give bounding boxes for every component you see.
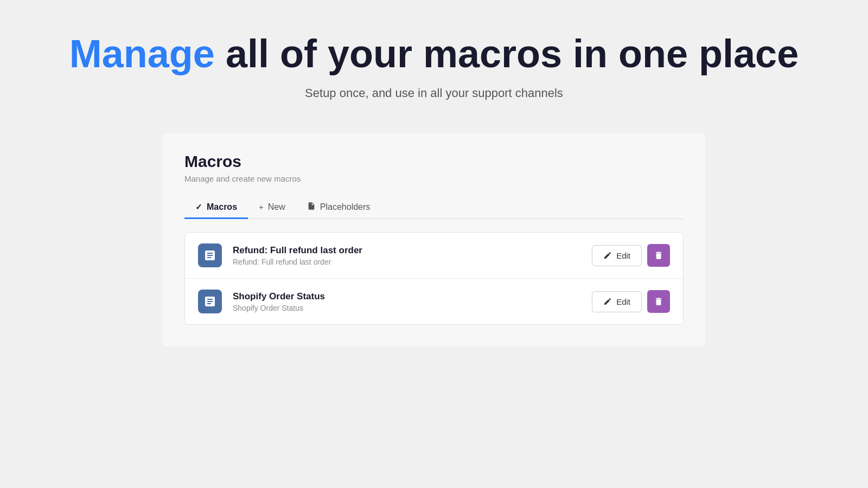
macro-info: Shopify Order Status Shopify Order Statu… bbox=[233, 291, 592, 312]
edit-label: Edit bbox=[616, 297, 630, 306]
macro-name: Refund: Full refund last order bbox=[233, 245, 592, 256]
edit-button[interactable]: Edit bbox=[592, 245, 642, 266]
tab-placeholders[interactable]: Placeholders bbox=[296, 196, 381, 219]
macro-description: Refund: Full refund last order bbox=[233, 258, 592, 266]
hero-title-rest: all of your macros in one place bbox=[215, 32, 799, 75]
hero-title-highlight: Manage bbox=[69, 32, 215, 75]
macro-doc-icon bbox=[203, 295, 216, 308]
edit-button[interactable]: Edit bbox=[592, 291, 642, 312]
plus-icon: + bbox=[259, 202, 264, 211]
macro-name: Shopify Order Status bbox=[233, 291, 592, 302]
macro-doc-icon bbox=[203, 249, 216, 262]
tabs-row: ✓ Macros + New Placeholders bbox=[184, 196, 684, 219]
tab-macros-label: Macros bbox=[207, 202, 237, 212]
delete-button[interactable] bbox=[647, 244, 670, 267]
macros-panel-title: Macros bbox=[184, 152, 684, 171]
edit-label: Edit bbox=[616, 251, 630, 260]
hero-section: Manage all of your macros in one place S… bbox=[69, 33, 799, 100]
macro-actions: Edit bbox=[592, 290, 670, 313]
edit-icon bbox=[603, 297, 612, 306]
hero-subtitle: Setup once, and use in all your support … bbox=[69, 86, 799, 100]
checkmark-icon: ✓ bbox=[195, 202, 202, 212]
edit-icon bbox=[603, 251, 612, 260]
page-container: Manage all of your macros in one place S… bbox=[0, 0, 868, 488]
macro-info: Refund: Full refund last order Refund: F… bbox=[233, 245, 592, 266]
table-row: Shopify Order Status Shopify Order Statu… bbox=[185, 279, 683, 324]
document-icon bbox=[307, 202, 316, 212]
tab-new[interactable]: + New bbox=[248, 197, 296, 219]
macro-actions: Edit bbox=[592, 244, 670, 267]
macros-panel-subtitle: Manage and create new macros bbox=[184, 174, 684, 183]
trash-icon bbox=[654, 297, 663, 306]
delete-button[interactable] bbox=[647, 290, 670, 313]
macros-list: Refund: Full refund last order Refund: F… bbox=[184, 232, 684, 325]
trash-icon bbox=[654, 251, 663, 260]
macros-panel: Macros Manage and create new macros ✓ Ma… bbox=[163, 133, 705, 346]
macro-icon-box bbox=[198, 243, 222, 267]
table-row: Refund: Full refund last order Refund: F… bbox=[185, 233, 683, 279]
hero-title: Manage all of your macros in one place bbox=[69, 33, 799, 75]
tab-macros[interactable]: ✓ Macros bbox=[184, 197, 248, 219]
macro-icon-box bbox=[198, 290, 222, 313]
macro-description: Shopify Order Status bbox=[233, 304, 592, 312]
tab-placeholders-label: Placeholders bbox=[320, 202, 371, 212]
tab-new-label: New bbox=[268, 202, 285, 212]
